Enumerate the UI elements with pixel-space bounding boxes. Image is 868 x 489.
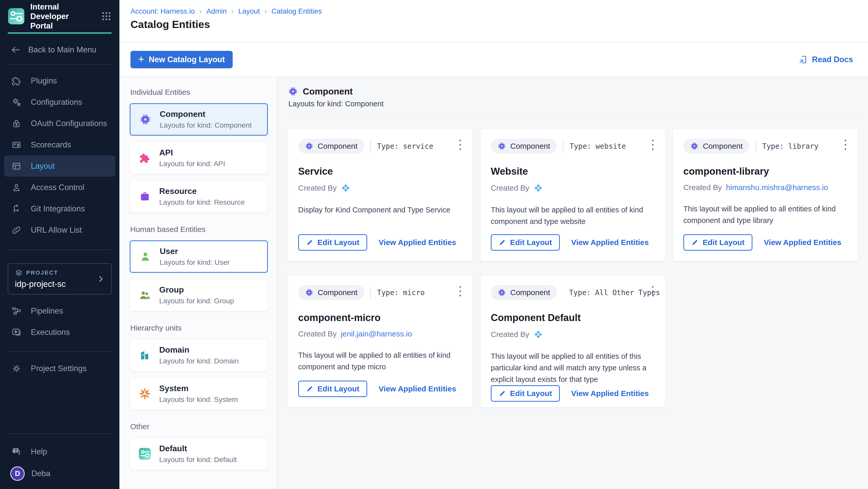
card-menu-kebab-icon[interactable]: [647, 284, 658, 299]
idp-logo-icon: [8, 8, 25, 25]
sidebar-item-layout[interactable]: Layout: [4, 155, 115, 177]
back-label: Back to Main Menu: [28, 45, 96, 55]
view-applied-entities-link[interactable]: View Applied Entities: [378, 238, 456, 247]
kind-badge-label: Component: [703, 142, 743, 151]
resource-kind-icon: [139, 190, 151, 203]
back-to-main-menu[interactable]: Back to Main Menu: [0, 34, 119, 55]
sidebar-item-label: Configurations: [31, 98, 82, 107]
card-menu-kebab-icon[interactable]: [840, 137, 851, 152]
harness-blue-icon: [533, 183, 543, 193]
toolbar: + New Catalog Layout Read Docs: [119, 43, 868, 77]
play-icon: [11, 327, 22, 337]
brand-title: Internal Developer Portal: [30, 2, 87, 31]
card-type: Type: service: [377, 142, 433, 151]
system-kind-icon: [139, 388, 151, 400]
sidebar-item-scorecards[interactable]: Scorecards: [4, 134, 115, 155]
entity-kind-default[interactable]: DefaultLayouts for kind: Default: [130, 438, 268, 470]
chip-icon: [305, 142, 314, 151]
breadcrumb-item[interactable]: Layout: [238, 7, 260, 16]
sidebar-item-oauth-configurations[interactable]: OAuth Configurations: [4, 113, 115, 134]
entity-kind-text: ResourceLayouts for kind: Resource: [159, 186, 245, 207]
sidebar-item-configurations[interactable]: Configurations: [4, 91, 115, 113]
entity-kind-title: User: [160, 247, 229, 256]
creator-email-link[interactable]: jenil.jain@harness.io: [341, 330, 412, 338]
created-by-row: Created By: [298, 183, 462, 193]
kind-badge-label: Component: [318, 142, 358, 151]
brand: Internal Developer Portal: [0, 0, 119, 32]
sidebar-item-executions[interactable]: Executions: [4, 322, 115, 343]
sidebar-item-access-control[interactable]: Access Control: [4, 177, 115, 198]
project-meta: PROJECT idp-project-sc: [15, 269, 97, 289]
created-by-label: Created By: [683, 183, 722, 192]
edit-layout-button[interactable]: Edit Layout: [298, 234, 367, 251]
creator-email-link[interactable]: himanshu.mishra@harness.io: [726, 183, 828, 192]
view-applied-entities-link[interactable]: View Applied Entities: [571, 238, 649, 247]
edit-layout-button[interactable]: Edit Layout: [683, 234, 752, 251]
card-menu-kebab-icon[interactable]: [647, 137, 658, 152]
sidebar-item-help[interactable]: ?Help: [4, 441, 115, 462]
edit-layout-button[interactable]: Edit Layout: [491, 234, 560, 251]
link-icon: [11, 225, 22, 235]
layout-card-website: ComponentType: websiteWebsiteCreated ByT…: [480, 129, 665, 261]
sidebar-item-pipelines[interactable]: Pipelines: [4, 300, 115, 322]
entity-kind-group[interactable]: GroupLayouts for kind: Group: [130, 279, 268, 311]
scorecard-icon: [11, 140, 22, 150]
new-catalog-layout-button[interactable]: + New Catalog Layout: [130, 51, 232, 68]
entity-kind-api[interactable]: APILayouts for kind: API: [130, 142, 268, 174]
entity-kind-system[interactable]: SystemLayouts for kind: System: [130, 377, 268, 410]
edit-layout-button[interactable]: Edit Layout: [298, 380, 367, 397]
breadcrumb-item[interactable]: Account: Harness.io: [130, 7, 195, 16]
card-title: component-library: [683, 166, 847, 177]
project-name: idp-project-sc: [15, 279, 97, 289]
breadcrumb-item[interactable]: Admin: [207, 7, 227, 16]
entity-kind-title: Component: [160, 110, 252, 119]
edit-layout-label: Edit Layout: [317, 385, 359, 393]
sidebar-item-plugins[interactable]: Plugins: [4, 70, 115, 91]
entity-kind-resource[interactable]: ResourceLayouts for kind: Resource: [130, 180, 268, 213]
entity-kind-domain[interactable]: DomainLayouts for kind: Domain: [130, 339, 268, 371]
read-docs-link[interactable]: Read Docs: [798, 55, 853, 64]
entity-kind-user[interactable]: UserLayouts for kind: User: [130, 240, 268, 273]
person-icon: [11, 182, 22, 193]
type-separator: [370, 286, 371, 299]
page-header: Account: Harness.io›Admin›Layout›Catalog…: [119, 0, 868, 43]
edit-layout-button[interactable]: Edit Layout: [491, 385, 560, 402]
app-root: Internal Developer Portal Back to Main M…: [0, 0, 868, 489]
sidebar: Internal Developer Portal Back to Main M…: [0, 0, 119, 489]
kind-title: Component: [303, 86, 352, 97]
card-description: This layout will be applied to all entit…: [491, 350, 655, 385]
entity-kind-component[interactable]: ComponentLayouts for kind: Component: [130, 103, 268, 135]
sidebar-nav: PluginsConfigurationsOAuth Configuration…: [0, 64, 119, 241]
project-selector[interactable]: PROJECT idp-project-sc: [8, 263, 112, 295]
type-separator: [370, 140, 371, 152]
layout-icon: [11, 161, 22, 171]
group-kind-icon: [139, 289, 151, 301]
user-menu[interactable]: D Deba: [0, 462, 119, 485]
created-by-label: Created By: [491, 184, 529, 192]
chip-icon: [690, 142, 699, 151]
created-by-row: Created By: [491, 183, 655, 193]
sidebar-item-url-allow-list[interactable]: URL Allow List: [4, 219, 115, 241]
view-applied-entities-link[interactable]: View Applied Entities: [571, 389, 649, 398]
sidebar-item-project-settings[interactable]: Project Settings: [4, 358, 115, 379]
created-by-label: Created By: [298, 330, 337, 338]
chat-help-icon: ?: [11, 447, 22, 457]
sidebar-divider: [8, 249, 112, 250]
sidebar-project-nav: PipelinesExecutions: [0, 295, 119, 343]
card-menu-kebab-icon[interactable]: [455, 284, 466, 299]
page-title: Catalog Entities: [130, 19, 854, 31]
breadcrumb-item[interactable]: Catalog Entities: [272, 7, 322, 16]
sidebar-item-git-integrations[interactable]: Git Integrations: [4, 198, 115, 219]
entity-kind-panel: Individual EntitiesComponentLayouts for …: [119, 77, 278, 489]
card-menu-kebab-icon[interactable]: [455, 137, 466, 152]
view-applied-entities-link[interactable]: View Applied Entities: [378, 385, 456, 393]
layers-icon: [15, 269, 23, 277]
card-title: Service: [298, 166, 462, 177]
card-description: Display for Kind Component and Type Serv…: [298, 204, 462, 216]
entity-kind-text: DomainLayouts for kind: Domain: [159, 345, 239, 365]
view-applied-entities-link[interactable]: View Applied Entities: [764, 238, 841, 247]
content: Individual EntitiesComponentLayouts for …: [119, 77, 868, 489]
entity-kind-title: Resource: [159, 186, 245, 196]
sidebar-item-label: Pipelines: [31, 306, 63, 316]
grid-menu-icon[interactable]: [101, 11, 112, 22]
